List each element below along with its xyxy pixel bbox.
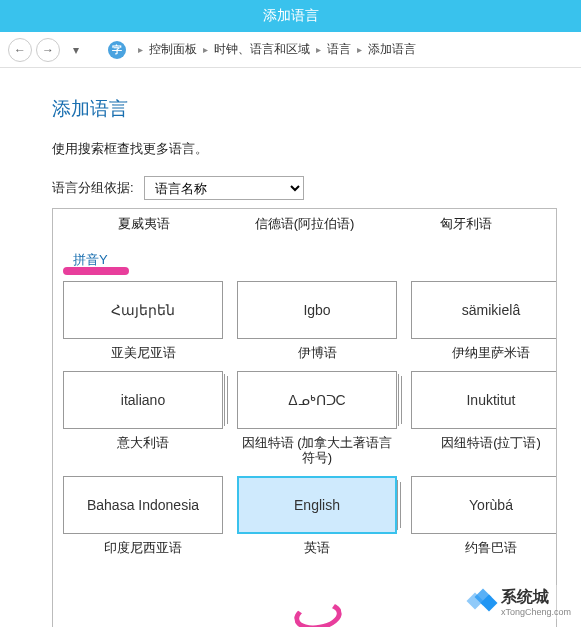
breadcrumb-item[interactable]: 语言 [327, 41, 351, 58]
language-tile-label: 约鲁巴语 [465, 540, 517, 556]
previous-section-tail: 夏威夷语 信德语(阿拉伯语) 匈牙利语 [63, 209, 546, 237]
language-tile[interactable]: English [237, 476, 397, 534]
language-tile-wrap: Yorùbá约鲁巴语 [411, 476, 557, 556]
language-tile-wrap: Igbo伊博语 [237, 281, 397, 361]
language-tile[interactable]: Inuktitut [411, 371, 557, 429]
watermark-logo-icon [467, 587, 497, 617]
nav-toolbar: ← → ▾ 字 ▸ 控制面板 ▸ 时钟、语言和区域 ▸ 语言 ▸ 添加语言 [0, 32, 581, 68]
language-label: 信德语(阿拉伯语) [225, 215, 385, 233]
breadcrumb-item[interactable]: 控制面板 [149, 41, 197, 58]
window-title: 添加语言 [263, 7, 319, 25]
language-tile-label: 印度尼西亚语 [104, 540, 182, 556]
language-tile-wrap: Inuktitut因纽特语(拉丁语) [411, 371, 557, 466]
language-tile[interactable]: Yorùbá [411, 476, 557, 534]
chevron-right-icon: ▸ [316, 44, 321, 55]
language-tile-label: 意大利语 [117, 435, 169, 451]
language-tile-label: 英语 [304, 540, 330, 556]
breadcrumb-item[interactable]: 添加语言 [368, 41, 416, 58]
language-tile-wrap: ΔᓄᒃᑎᑐC因纽特语 (加拿大土著语言符号) [237, 371, 397, 466]
chevron-right-icon: ▸ [138, 44, 143, 55]
language-tile-wrap: Bahasa Indonesia印度尼西亚语 [63, 476, 223, 556]
forward-button[interactable]: → [36, 38, 60, 62]
search-hint: 使用搜索框查找更多语言。 [52, 140, 557, 158]
section-heading: 拼音Y [63, 237, 546, 275]
language-tile[interactable]: Հայերեն [63, 281, 223, 339]
language-grid: Հայերեն亚美尼亚语Igbo伊博语sämikielâ伊纳里萨米语italia… [63, 275, 546, 555]
breadcrumb: ▸ 控制面板 ▸ 时钟、语言和区域 ▸ 语言 ▸ 添加语言 [138, 41, 416, 58]
language-tile-label: 伊纳里萨米语 [452, 345, 530, 361]
language-tile-wrap: English英语 [237, 476, 397, 556]
chevron-right-icon: ▸ [357, 44, 362, 55]
language-tile-wrap: sämikielâ伊纳里萨米语 [411, 281, 557, 361]
language-tile-label: 亚美尼亚语 [111, 345, 176, 361]
breadcrumb-item[interactable]: 时钟、语言和区域 [214, 41, 310, 58]
language-tile-label: 伊博语 [298, 345, 337, 361]
group-label: 语言分组依据: [52, 179, 134, 197]
chevron-right-icon: ▸ [203, 44, 208, 55]
language-tile-wrap: italiano意大利语 [63, 371, 223, 466]
language-tile[interactable]: ΔᓄᒃᑎᑐC [237, 371, 397, 429]
back-button[interactable]: ← [8, 38, 32, 62]
annotation-underline [63, 267, 129, 275]
language-tile[interactable]: Igbo [237, 281, 397, 339]
language-tile[interactable]: Bahasa Indonesia [63, 476, 223, 534]
language-tile-label: 因纽特语 (加拿大土著语言符号) [237, 435, 397, 466]
page-title: 添加语言 [52, 96, 557, 122]
group-row: 语言分组依据: 语言名称 [52, 176, 557, 200]
language-tile-wrap: Հայերեն亚美尼亚语 [63, 281, 223, 361]
language-list[interactable]: 夏威夷语 信德语(阿拉伯语) 匈牙利语 拼音Y Հայերեն亚美尼亚语Igbo… [52, 208, 557, 627]
language-tile[interactable]: italiano [63, 371, 223, 429]
group-select[interactable]: 语言名称 [144, 176, 304, 200]
language-tile[interactable]: sämikielâ [411, 281, 557, 339]
content-area: 添加语言 使用搜索框查找更多语言。 语言分组依据: 语言名称 夏威夷语 信德语(… [0, 68, 581, 627]
language-label: 夏威夷语 [64, 215, 224, 233]
watermark-text: 系统城 xTongCheng.com [501, 587, 571, 617]
globe-icon: 字 [108, 41, 126, 59]
watermark: 系统城 xTongCheng.com [463, 585, 575, 619]
language-tile-label: 因纽特语(拉丁语) [441, 435, 541, 451]
language-label: 匈牙利语 [386, 215, 546, 233]
dropdown-history-button[interactable]: ▾ [64, 38, 88, 62]
window-titlebar: 添加语言 [0, 0, 581, 32]
